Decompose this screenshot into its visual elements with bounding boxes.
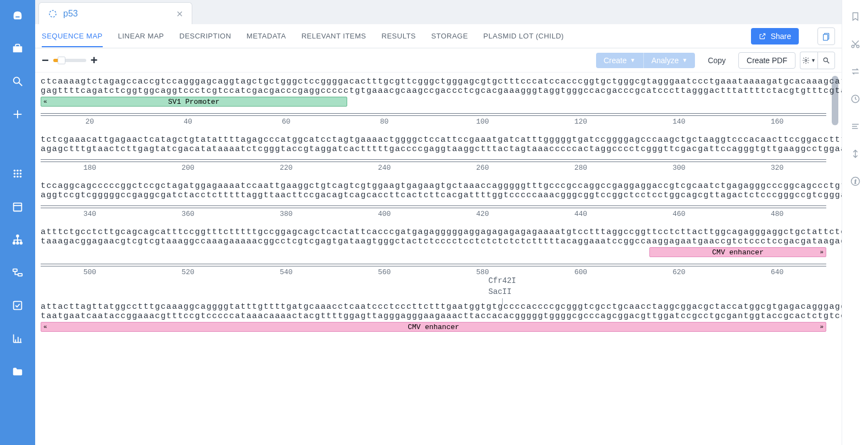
forward-strand[interactable]: tccaggcagcccccggctccgctagatggagaaaatccaa… (41, 181, 826, 191)
subtab-results[interactable]: RESULTS (382, 25, 416, 47)
sequence-feature[interactable]: CMV enhancer (41, 322, 826, 332)
svg-rect-23 (14, 302, 22, 310)
svg-point-9 (14, 173, 16, 175)
close-tab-icon[interactable]: × (176, 8, 183, 19)
zoom-controls: − + (42, 53, 98, 68)
reverse-strand[interactable]: agagctttgtaactcttgagtatcgacatataaaatctcg… (41, 144, 826, 154)
subtab-relevant-items[interactable]: RELEVANT ITEMS (302, 25, 366, 47)
gear-icon (802, 57, 810, 64)
svg-point-29 (49, 10, 56, 17)
create-pdf-button[interactable]: Create PDF (738, 52, 795, 69)
document-tab[interactable]: p53 × (38, 2, 192, 24)
list-icon[interactable] (850, 121, 861, 132)
svg-point-7 (16, 170, 19, 172)
align-icon[interactable] (850, 148, 861, 159)
info-icon[interactable]: i (850, 176, 861, 187)
zoom-slider[interactable] (53, 59, 86, 62)
sequence-canvas[interactable]: ctcaaaagtctagagccaccgtccagggagcaggtagctg… (35, 73, 842, 445)
zoom-in-button[interactable]: + (91, 53, 98, 68)
subtab-plasmid-lot[interactable]: PLASMID LOT (CHILD) (483, 25, 564, 47)
settings-button[interactable]: ▼ (800, 52, 817, 69)
briefcase-icon[interactable] (9, 40, 26, 57)
sequence-row[interactable]: tctcgaaacattgagaactcatagctgtatattttagagc… (41, 135, 826, 170)
apps-grid-icon[interactable] (9, 165, 26, 182)
zoom-out-button[interactable]: − (42, 53, 49, 68)
svg-text:i: i (854, 179, 856, 185)
cut-icon[interactable] (850, 38, 861, 49)
svg-point-20 (20, 242, 23, 244)
history-icon[interactable] (850, 93, 861, 104)
plasmid-icon (48, 9, 58, 19)
folder-icon[interactable] (9, 363, 26, 380)
sequence-feature[interactable]: CMV enhancer (649, 247, 826, 257)
svg-point-18 (13, 242, 15, 244)
forward-strand[interactable]: attacttagttatggcctttgcaaaggcaggggtatttgt… (41, 302, 826, 312)
svg-line-3 (19, 83, 23, 86)
workflow-icon[interactable] (9, 264, 26, 281)
subtab-description[interactable]: DESCRIPTION (180, 25, 231, 47)
cut-site-labels: Cfr42ISacII (488, 276, 516, 305)
find-button[interactable] (817, 52, 835, 69)
sequence-row[interactable]: Cfr42ISacIIattacttagttatggcctttgcaaaggca… (41, 302, 826, 333)
svg-point-32 (805, 59, 807, 62)
tab-title: p53 (63, 9, 78, 19)
add-icon[interactable] (9, 105, 26, 123)
subtab-storage[interactable]: STORAGE (431, 25, 468, 47)
sub-nav: SEQUENCE MAP LINEAR MAP DESCRIPTION META… (35, 24, 842, 48)
svg-point-2 (14, 77, 20, 84)
logo-icon[interactable] (9, 7, 26, 24)
sequence-row[interactable]: atttctgcctcttgcagcagcatttccggtttctttttgc… (41, 227, 826, 275)
sequence-row[interactable]: ctcaaaagtctagagccaccgtccagggagcaggtagctg… (41, 77, 826, 124)
external-link-icon (759, 32, 766, 40)
share-button[interactable]: Share (751, 28, 799, 44)
clipboard-icon (822, 32, 831, 41)
chart-icon[interactable] (9, 330, 26, 347)
sequence-toolbar: − + Create▼ Analyze▼ Copy Create PDF ▼ (35, 48, 842, 73)
forward-strand[interactable]: ctcaaaagtctagagccaccgtccagggagcaggtagctg… (41, 77, 826, 86)
calendar-icon[interactable] (9, 198, 26, 215)
left-nav-rail (0, 0, 35, 445)
svg-point-19 (16, 242, 19, 244)
svg-point-35 (852, 45, 854, 48)
svg-rect-21 (13, 269, 17, 272)
svg-point-17 (16, 235, 19, 237)
reverse-strand[interactable]: aggtccgtcgggggccgaggcgatctacctctttttaggt… (41, 191, 826, 200)
analyze-button[interactable]: Analyze▼ (644, 53, 695, 68)
svg-point-6 (14, 170, 16, 172)
tab-bar: p53 × (35, 0, 842, 24)
search-icon[interactable] (9, 73, 26, 90)
ruler: 180200220240260280300320 (41, 157, 826, 170)
svg-rect-15 (14, 203, 22, 212)
svg-point-14 (20, 176, 22, 178)
svg-line-34 (827, 61, 830, 63)
forward-strand[interactable]: tctcgaaacattgagaactcatagctgtatattttagagc… (41, 135, 826, 144)
subtab-metadata[interactable]: METADATA (247, 25, 286, 47)
bookmark-icon[interactable] (850, 11, 861, 22)
ruler: 340360380400420440460480 (41, 203, 826, 216)
clipboard-button[interactable] (817, 27, 835, 45)
svg-point-13 (16, 176, 19, 178)
reverse-strand[interactable]: taatgaatcaataccggaaacgtttccgtcccccataaac… (41, 312, 826, 321)
reverse-strand[interactable]: taaagacggagaacgtcgtcgtaaaggccaaagaaaaacg… (41, 237, 826, 246)
copy-button[interactable]: Copy (699, 52, 734, 69)
magnifier-icon (822, 57, 830, 64)
sequence-feature[interactable]: SV1 Promoter (41, 97, 347, 107)
swap-icon[interactable] (850, 66, 861, 77)
svg-point-33 (824, 58, 827, 62)
svg-rect-0 (15, 16, 19, 18)
reverse-strand[interactable]: gagttttcagatctcggtggcaggtccctcgtccatcgac… (41, 86, 826, 96)
subtab-linear-map[interactable]: LINEAR MAP (118, 25, 164, 47)
sequence-row[interactable]: tccaggcagcccccggctccgctagatggagaaaatccaa… (41, 181, 826, 216)
subtab-sequence-map[interactable]: SEQUENCE MAP (42, 25, 103, 47)
ruler: 500520540560580600620640 (41, 262, 826, 275)
ruler: 20406080100120140160 (41, 111, 826, 124)
svg-rect-31 (824, 34, 828, 40)
svg-point-11 (20, 173, 22, 175)
checkbox-icon[interactable] (9, 297, 26, 314)
svg-point-8 (20, 170, 22, 172)
create-button[interactable]: Create▼ (596, 53, 644, 68)
forward-strand[interactable]: atttctgcctcttgcagcagcatttccggtttctttttgc… (41, 227, 826, 237)
hierarchy-icon[interactable] (9, 231, 26, 248)
svg-rect-1 (13, 46, 23, 52)
right-tool-rail: i (842, 0, 868, 445)
